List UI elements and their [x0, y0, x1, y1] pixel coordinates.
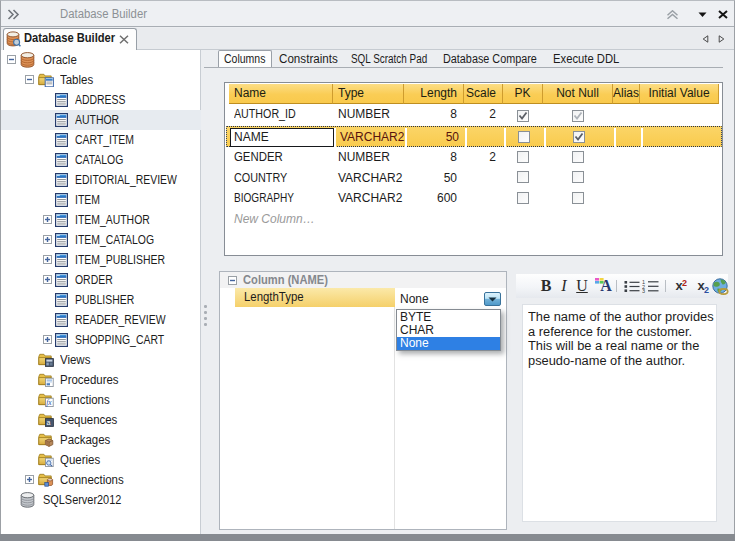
svg-text:3: 3 — [642, 288, 645, 293]
